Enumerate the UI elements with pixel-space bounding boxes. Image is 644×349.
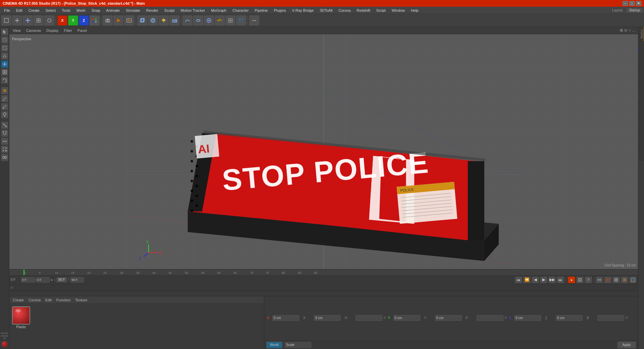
viewport-icon-camera[interactable]: ⊙ [624, 28, 627, 33]
material-menu-create[interactable]: Create [11, 297, 25, 303]
tool-brush[interactable] [1, 103, 8, 110]
menu-help[interactable]: Help [408, 8, 421, 13]
toolbar-deformer-btn[interactable] [193, 15, 203, 26]
menu-select[interactable]: Select [43, 8, 59, 13]
toolbar-new-btn[interactable] [12, 15, 22, 26]
tool-poly-selection[interactable] [1, 52, 8, 60]
toolbar-effector-btn[interactable] [225, 15, 235, 26]
frame-input[interactable] [21, 277, 35, 283]
tool-scale[interactable] [1, 68, 8, 76]
menu-create[interactable]: Create [26, 8, 42, 13]
toolbar-render-to-picture[interactable] [124, 15, 134, 26]
transport-autokey[interactable] [576, 277, 584, 283]
toolbar-move-btn[interactable] [23, 15, 33, 26]
viewport-icon-expand[interactable]: ⊞ [620, 28, 623, 33]
coord-h-input[interactable] [356, 315, 382, 321]
tool-magnet[interactable] [1, 130, 8, 137]
material-menu-function[interactable]: Function [55, 297, 72, 303]
material-menu-edit[interactable]: Edit [44, 297, 53, 303]
frame-preview-start[interactable] [36, 277, 50, 283]
toolbar-mograph-btn[interactable] [215, 15, 225, 26]
transport-play[interactable]: ▶ [540, 277, 547, 283]
toolbar-y-axis[interactable]: Y [68, 15, 78, 26]
toolbar-more-btn[interactable] [249, 15, 259, 26]
transport-record[interactable]: ● [568, 277, 575, 283]
transport-go-end[interactable]: ⏭ [557, 277, 564, 283]
toolbar-z-axis[interactable]: Z [79, 15, 89, 26]
menu-script[interactable]: Script [374, 8, 388, 13]
toolbar-camera2-btn[interactable] [169, 15, 179, 26]
tool-live-selection[interactable] [1, 36, 8, 44]
menu-vray[interactable]: V-Ray Bridge [289, 8, 317, 13]
coord-xrot-input[interactable] [314, 315, 341, 321]
menu-character[interactable]: Character [230, 8, 251, 13]
viewport-tab-display[interactable]: Display [45, 28, 60, 33]
toolbar-cube-btn[interactable] [137, 15, 147, 26]
menu-animate[interactable]: Animate [104, 8, 122, 13]
menu-plugins[interactable]: Plugins [271, 8, 288, 13]
viewport-icon-render[interactable]: ○ [629, 28, 631, 33]
transport-go-start[interactable]: ⏮ [515, 277, 522, 283]
tool-paint[interactable] [1, 111, 8, 118]
tool-object-axis[interactable] [1, 87, 8, 94]
coord-z-input[interactable] [514, 315, 541, 321]
minimize-button[interactable]: ─ [623, 1, 628, 6]
tool-knife[interactable] [1, 121, 8, 129]
toolbar-x-axis[interactable]: X [57, 15, 67, 26]
tool-move[interactable] [1, 60, 8, 68]
coord-y-input[interactable] [393, 315, 420, 321]
toolbar-scale-btn[interactable] [34, 15, 44, 26]
transport-prev-frame[interactable]: ◀ [532, 277, 539, 283]
tool-pen[interactable] [1, 95, 8, 102]
menu-3dtoall[interactable]: 3DToAll [317, 8, 335, 13]
transport-end-frame[interactable]: 90 F [56, 277, 67, 283]
maximize-button[interactable]: □ [629, 1, 635, 6]
viewport-tab-panel[interactable]: Panel [76, 28, 88, 33]
transport-prev-key[interactable]: ⏪ [523, 277, 531, 283]
transport-timeline-panel[interactable] [629, 277, 637, 283]
menu-sculpt[interactable]: Sculpt [162, 8, 177, 13]
coord-x-input[interactable] [272, 315, 299, 321]
tool-measure[interactable] [1, 138, 8, 145]
menu-simulate[interactable]: Simulate [123, 8, 143, 13]
menu-mograph[interactable]: MoGraph [208, 8, 229, 13]
coord-zrot-input[interactable] [556, 315, 583, 321]
toolbar-spline-btn[interactable] [182, 15, 193, 26]
menu-pipeline[interactable]: Pipeline [252, 8, 270, 13]
material-item-plastic[interactable]: Plastic [12, 306, 30, 346]
tool-rect-selection[interactable] [1, 44, 8, 52]
frame-end-input[interactable] [70, 277, 84, 283]
coord-b-input[interactable] [597, 315, 624, 321]
window-controls[interactable]: ─ □ ✕ [623, 1, 641, 6]
toolbar-render-btn[interactable] [113, 15, 123, 26]
toolbar-camera-btn[interactable] [103, 15, 113, 26]
right-tab-basics[interactable]: Basics [640, 27, 644, 41]
transport-move-key[interactable] [596, 277, 603, 283]
menu-redshift[interactable]: Redshift [354, 8, 373, 13]
transport-question[interactable]: ? [585, 277, 592, 283]
toolbar-light-btn[interactable] [159, 15, 169, 26]
transport-next-frame[interactable]: ▶▶ [548, 277, 556, 283]
layout-selector[interactable]: Startup [627, 8, 643, 12]
material-menu-texture[interactable]: Texture [74, 297, 89, 303]
tool-array[interactable] [1, 146, 8, 153]
menu-snap[interactable]: Snap [89, 8, 103, 13]
transport-record-square[interactable] [604, 277, 611, 283]
menu-motion-tracker[interactable]: Motion Tracker [178, 8, 208, 13]
viewport-canvas[interactable]: Perspective [9, 34, 638, 269]
viewport-icon-more[interactable]: … [632, 28, 636, 33]
close-button[interactable]: ✕ [636, 1, 641, 6]
menu-render[interactable]: Render [144, 8, 161, 13]
apply-button[interactable]: Apply [618, 342, 636, 348]
material-menu-corona[interactable]: Corona [27, 297, 42, 303]
menu-file[interactable]: File [1, 8, 13, 13]
toolbar-all-axis[interactable] [90, 15, 100, 26]
coord-p-input[interactable] [477, 315, 503, 321]
menu-corona[interactable]: Corona [336, 8, 353, 13]
toolbar-grid-btn[interactable] [236, 15, 246, 26]
tool-rotate[interactable] [1, 77, 8, 84]
transport-key-list[interactable] [621, 277, 628, 283]
toolbar-sphere-btn[interactable] [148, 15, 158, 26]
viewport-tab-view[interactable]: View [11, 28, 22, 33]
coord-mode-world[interactable]: World [266, 342, 282, 348]
